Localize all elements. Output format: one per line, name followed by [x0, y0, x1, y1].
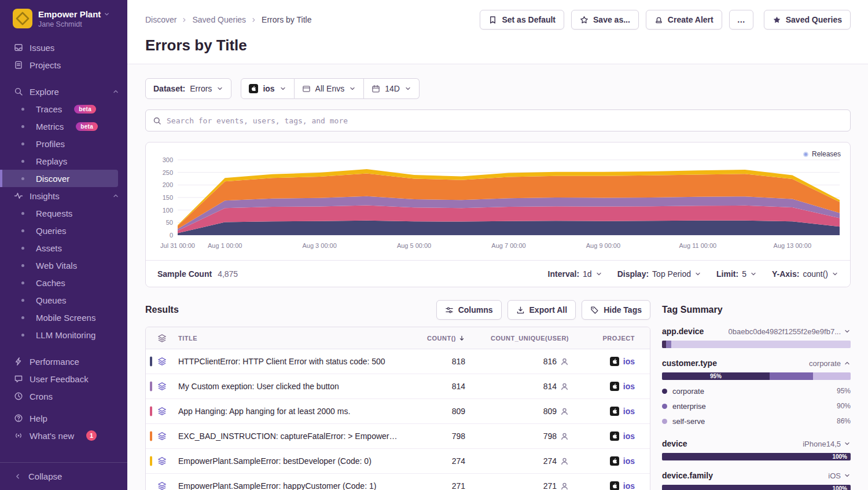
column-label: COUNT() — [427, 335, 456, 342]
org-switcher[interactable]: Empower Plant Jane Schmidt — [0, 0, 127, 35]
tag-distribution-bar: 100% — [662, 485, 851, 490]
ellipsis-icon: … — [737, 15, 745, 24]
export-all-button[interactable]: Export All — [507, 300, 576, 320]
sidebar-item-caches[interactable]: Caches — [0, 274, 127, 291]
svg-text:Aug 3 00:00: Aug 3 00:00 — [302, 242, 336, 249]
sidebar-item-profiles[interactable]: Profiles — [0, 135, 127, 152]
columns-button[interactable]: Columns — [436, 300, 502, 320]
y-axis-selector[interactable]: Y-Axis: count() — [772, 269, 838, 279]
sample-count-value: 4,875 — [218, 269, 238, 279]
sidebar-item-requests[interactable]: Requests — [0, 204, 127, 222]
content: Dataset: Errors ios All Envs — [127, 64, 868, 490]
sidebar-item-label: Help — [30, 414, 47, 423]
tag-header[interactable]: app.device 0baebc0de4982f1255f2e9e9fb7..… — [662, 327, 851, 336]
sidebar-item-assets[interactable]: Assets — [0, 239, 127, 257]
row-title-link[interactable]: EXC_BAD_INSTRUCTION: captureFatalError: … — [178, 432, 410, 441]
row-title-link[interactable]: HTTPClientError: HTTP Client Error with … — [178, 357, 410, 366]
environment-filter[interactable]: All Envs — [295, 78, 365, 99]
project-filter[interactable]: ios — [241, 78, 294, 99]
apple-platform-icon — [610, 382, 619, 391]
sidebar-item-web-vitals[interactable]: Web Vitals — [0, 257, 127, 274]
project-link[interactable]: ios — [580, 432, 650, 441]
legend-dot — [662, 389, 667, 394]
results-heading: Results — [145, 305, 179, 315]
row-title-link[interactable]: App Hanging: App hanging for at least 20… — [178, 407, 410, 416]
sidebar-item-label: Requests — [36, 209, 72, 218]
tag-header[interactable]: device.family iOS — [662, 471, 851, 480]
sidebar-collapse-button[interactable]: Collapse — [0, 462, 127, 490]
more-options-button[interactable]: … — [729, 10, 753, 30]
breadcrumb-saved-queries[interactable]: Saved Queries — [192, 15, 246, 24]
sidebar-item-issues[interactable]: Issues — [0, 39, 127, 56]
sidebar-item-crons[interactable]: Crons — [0, 387, 127, 405]
sidebar-item-mobile-screens[interactable]: Mobile Screens — [0, 309, 127, 326]
sidebar-item-traces[interactable]: Traces beta — [0, 100, 127, 118]
sidebar-item-queues[interactable]: Queues — [0, 291, 127, 309]
sidebar-item-help[interactable]: Help — [0, 409, 127, 427]
org-name: Empower Plant — [38, 9, 101, 19]
bullet-icon — [21, 316, 24, 319]
set-as-default-button[interactable]: Set as Default — [480, 10, 564, 30]
project-link[interactable]: ios — [580, 407, 650, 416]
download-icon — [516, 306, 525, 315]
sample-count-label: Sample Count — [157, 269, 212, 279]
row-title-link[interactable]: EmpowerPlant.SampleError: happyCustomer … — [178, 481, 410, 490]
sliders-icon — [445, 306, 454, 315]
project-link[interactable]: ios — [580, 382, 650, 391]
sidebar-section-explore[interactable]: Explore — [0, 83, 127, 100]
column-count[interactable]: COUNT() — [410, 335, 473, 342]
sidebar-item-discover[interactable]: Discover — [0, 170, 118, 187]
sidebar-item-queries[interactable]: Queries — [0, 222, 127, 239]
date-filter[interactable]: 14D — [364, 78, 420, 99]
interval-selector[interactable]: Interval: 1d — [548, 269, 602, 279]
tag-header[interactable]: customer.type corporate — [662, 359, 851, 368]
feedback-icon — [14, 374, 23, 383]
results-buttons: Columns Export All Hide Tags — [436, 300, 650, 320]
sidebar-item-performance[interactable]: Performance — [0, 353, 127, 370]
row-title-link[interactable]: EmpowerPlant.SampleError: bestDeveloper … — [178, 456, 410, 466]
saved-queries-button[interactable]: Saved Queries — [764, 10, 851, 30]
collapse-label: Collapse — [28, 471, 62, 481]
chevron-down-icon — [216, 85, 223, 92]
dataset-selector[interactable]: Dataset: Errors — [145, 78, 231, 99]
sidebar-item-whats-new[interactable]: What's new 1 — [0, 427, 127, 444]
project-link[interactable]: ios — [580, 456, 650, 466]
apple-platform-icon — [610, 357, 619, 366]
window-icon — [302, 85, 311, 93]
stack-icon — [157, 456, 167, 466]
svg-text:Aug 5 00:00: Aug 5 00:00 — [396, 242, 431, 249]
row-title-link[interactable]: My Custom exeption: User clicked the but… — [178, 382, 410, 391]
create-alert-button[interactable]: Create Alert — [646, 10, 722, 30]
issues-icon — [14, 43, 23, 52]
project-link[interactable]: ios — [580, 357, 650, 366]
row-count: 271 — [410, 481, 473, 490]
display-selector[interactable]: Display: Top Period — [617, 269, 701, 279]
sidebar-item-replays[interactable]: Replays — [0, 152, 127, 170]
count-unique-value: 798 — [543, 432, 557, 441]
project-link[interactable]: ios — [580, 481, 650, 490]
column-project[interactable]: PROJECT — [580, 335, 650, 342]
sidebar-item-projects[interactable]: Projects — [0, 56, 127, 74]
chevron-down-icon — [832, 270, 838, 277]
limit-selector[interactable]: Limit: 5 — [716, 269, 757, 279]
column-title[interactable]: TITLE — [178, 335, 410, 342]
sidebar-item-label: Queries — [36, 226, 67, 236]
hide-tags-button[interactable]: Hide Tags — [582, 300, 650, 320]
search-input[interactable] — [167, 116, 843, 125]
sidebar-item-metrics[interactable]: Metrics beta — [0, 118, 127, 135]
column-count-unique[interactable]: COUNT_UNIQUE(USER) — [473, 335, 580, 342]
breadcrumb-discover[interactable]: Discover — [145, 15, 176, 24]
stack-icon — [157, 357, 167, 366]
save-as-button[interactable]: Save as... — [571, 10, 639, 30]
tag-breakdown-row: self-serve 86% — [662, 414, 851, 429]
sidebar-item-llm-monitoring[interactable]: LLM Monitoring — [0, 326, 127, 343]
tag-breakdown: corporate 95% enterprise 90% self-serve — [662, 383, 851, 429]
releases-legend[interactable]: Releases — [803, 150, 841, 158]
tag-key: device — [662, 439, 687, 448]
sidebar-item-user-feedback[interactable]: User Feedback — [0, 370, 127, 387]
tag-header[interactable]: device iPhone14,5 — [662, 439, 851, 448]
tag-key: device.family — [662, 471, 713, 480]
sidebar-section-insights[interactable]: Insights — [0, 187, 127, 204]
control-value: 1d — [583, 269, 592, 279]
row-count: 274 — [410, 456, 473, 466]
